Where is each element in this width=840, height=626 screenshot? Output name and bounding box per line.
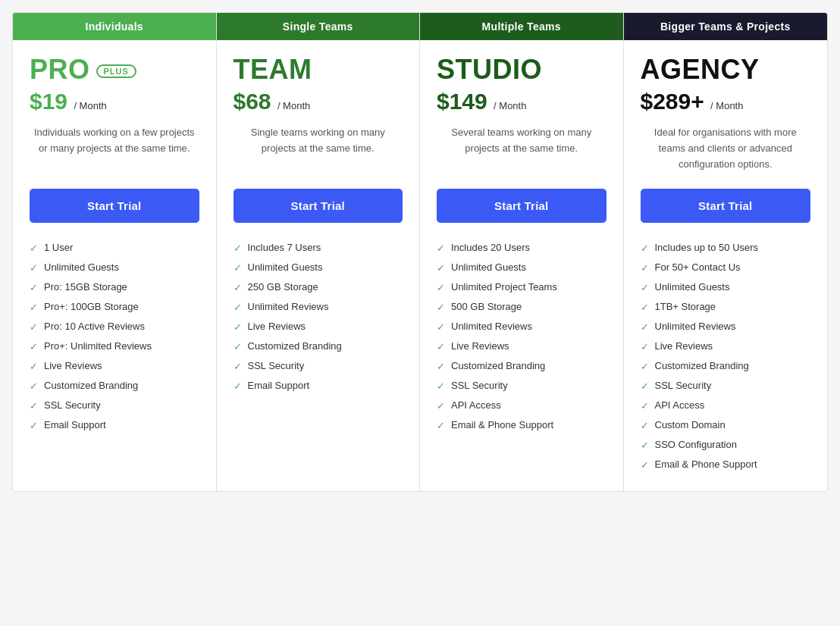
list-item: ✓Includes up to 50 Users xyxy=(641,238,811,258)
check-icon: ✓ xyxy=(30,420,38,431)
list-item: ✓For 50+ Contact Us xyxy=(641,258,811,277)
plan-price-period-studio: / Month xyxy=(494,100,526,111)
check-icon: ✓ xyxy=(30,321,38,333)
check-icon: ✓ xyxy=(234,361,242,372)
check-icon: ✓ xyxy=(234,341,242,352)
feature-text: 1TB+ Storage xyxy=(655,301,716,312)
list-item: ✓Includes 20 Users xyxy=(437,238,606,258)
feature-text: Pro: 10 Active Reviews xyxy=(44,321,145,332)
plan-card-pro: IndividualsPROPLUS$19 / MonthIndividuals… xyxy=(13,13,217,491)
check-icon: ✓ xyxy=(641,400,649,412)
feature-text: Email & Phone Support xyxy=(451,419,553,430)
list-item: ✓Email Support xyxy=(30,415,199,435)
plan-name-studio: STUDIO xyxy=(437,54,606,86)
list-item: ✓1TB+ Storage xyxy=(641,297,811,317)
check-icon: ✓ xyxy=(641,243,649,254)
feature-text: For 50+ Contact Us xyxy=(655,261,741,273)
features-list-pro: ✓1 User✓Unlimited Guests✓Pro: 15GB Stora… xyxy=(30,238,199,435)
check-icon: ✓ xyxy=(30,243,38,254)
start-trial-button-studio[interactable]: Start Trial xyxy=(437,189,606,223)
check-icon: ✓ xyxy=(30,341,38,352)
feature-text: Includes 20 Users xyxy=(451,242,530,253)
check-icon: ✓ xyxy=(641,302,649,313)
feature-text: 1 User xyxy=(44,242,73,253)
check-icon: ✓ xyxy=(437,420,445,431)
feature-text: Unlimited Reviews xyxy=(451,321,532,332)
feature-text: Pro+: 100GB Storage xyxy=(44,301,139,312)
feature-text: Email & Phone Support xyxy=(655,459,757,470)
list-item: ✓SSO Configuration xyxy=(641,435,811,455)
check-icon: ✓ xyxy=(234,262,242,274)
feature-text: SSL Security xyxy=(248,360,305,371)
feature-text: Customized Branding xyxy=(44,380,138,391)
feature-text: Live Reviews xyxy=(44,360,102,371)
check-icon: ✓ xyxy=(641,341,649,352)
check-icon: ✓ xyxy=(641,321,649,333)
feature-text: Email Support xyxy=(248,380,310,391)
feature-text: 500 GB Storage xyxy=(451,301,522,312)
check-icon: ✓ xyxy=(641,380,649,392)
check-icon: ✓ xyxy=(234,243,242,254)
plan-description-agency: Ideal for organisations with more teams … xyxy=(641,125,811,174)
plan-card-agency: Bigger Teams & ProjectsAGENCY$289+ / Mon… xyxy=(624,13,828,491)
list-item: ✓API Access xyxy=(437,396,606,415)
check-icon: ✓ xyxy=(234,321,242,333)
feature-text: Email Support xyxy=(44,419,106,430)
list-item: ✓Live Reviews xyxy=(437,336,606,356)
list-item: ✓Includes 7 Users xyxy=(234,238,403,258)
plan-body-pro: PROPLUS$19 / MonthIndividuals working on… xyxy=(13,40,216,491)
check-icon: ✓ xyxy=(30,361,38,372)
list-item: ✓1 User xyxy=(30,238,199,258)
features-list-studio: ✓Includes 20 Users✓Unlimited Guests✓Unli… xyxy=(437,238,606,435)
plus-badge-pro: PLUS xyxy=(96,64,136,78)
plan-description-team: Single teams working on many projects at… xyxy=(234,125,403,174)
list-item: ✓Pro+: 100GB Storage xyxy=(30,297,199,317)
feature-text: SSL Security xyxy=(44,399,101,411)
feature-text: Live Reviews xyxy=(248,321,306,332)
list-item: ✓Live Reviews xyxy=(641,336,811,356)
start-trial-button-pro[interactable]: Start Trial xyxy=(30,189,199,223)
plan-price-team: $68 / Month xyxy=(234,89,403,114)
check-icon: ✓ xyxy=(30,380,38,392)
feature-text: Unlimited Guests xyxy=(655,281,730,293)
check-icon: ✓ xyxy=(437,243,445,254)
feature-text: Customized Branding xyxy=(451,360,545,371)
feature-text: Pro: 15GB Storage xyxy=(44,281,127,293)
start-trial-button-team[interactable]: Start Trial xyxy=(234,189,403,223)
feature-text: Unlimited Project Teams xyxy=(451,281,557,293)
plan-price-agency: $289+ / Month xyxy=(641,89,811,114)
check-icon: ✓ xyxy=(437,321,445,333)
list-item: ✓Unlimited Reviews xyxy=(437,317,606,336)
check-icon: ✓ xyxy=(641,420,649,431)
list-item: ✓Email & Phone Support xyxy=(437,415,606,435)
plan-body-studio: STUDIO$149 / MonthSeveral teams working … xyxy=(420,40,623,491)
plan-card-studio: Multiple TeamsSTUDIO$149 / MonthSeveral … xyxy=(420,13,624,491)
check-icon: ✓ xyxy=(437,341,445,352)
list-item: ✓Email Support xyxy=(234,376,403,396)
list-item: ✓Unlimited Guests xyxy=(641,277,811,297)
plan-description-studio: Several teams working on many projects a… xyxy=(437,125,606,174)
list-item: ✓Pro: 15GB Storage xyxy=(30,277,199,297)
list-item: ✓Unlimited Guests xyxy=(234,258,403,277)
feature-text: SSO Configuration xyxy=(655,439,737,450)
feature-text: Customized Branding xyxy=(655,360,749,371)
plan-name-agency: AGENCY xyxy=(641,54,811,86)
feature-text: Unlimited Reviews xyxy=(655,321,736,332)
list-item: ✓SSL Security xyxy=(234,356,403,376)
list-item: ✓Customized Branding xyxy=(30,376,199,396)
list-item: ✓Unlimited Guests xyxy=(30,258,199,277)
check-icon: ✓ xyxy=(437,361,445,372)
plan-card-team: Single TeamsTEAM$68 / MonthSingle teams … xyxy=(217,13,421,491)
check-icon: ✓ xyxy=(30,302,38,313)
feature-text: API Access xyxy=(655,399,705,411)
feature-text: API Access xyxy=(451,399,501,411)
list-item: ✓SSL Security xyxy=(30,396,199,415)
list-item: ✓Pro: 10 Active Reviews xyxy=(30,317,199,336)
start-trial-button-agency[interactable]: Start Trial xyxy=(641,189,811,223)
list-item: ✓Customized Branding xyxy=(641,356,811,376)
feature-text: Includes up to 50 Users xyxy=(655,242,759,253)
plan-description-pro: Individuals working on a few projects or… xyxy=(30,125,199,174)
list-item: ✓Pro+: Unlimited Reviews xyxy=(30,336,199,356)
check-icon: ✓ xyxy=(437,302,445,313)
plan-header-team: Single Teams xyxy=(217,13,420,40)
